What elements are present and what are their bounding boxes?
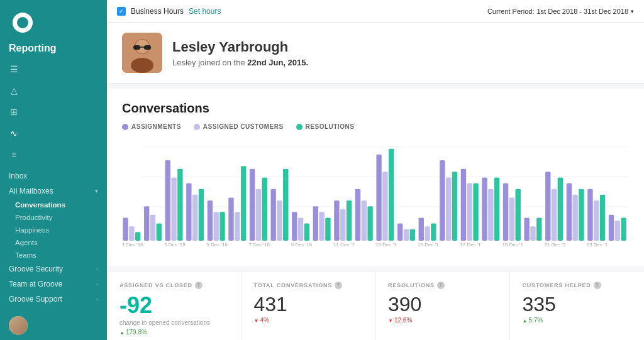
svg-rect-62 bbox=[473, 184, 478, 241]
legend-dot-resolutions bbox=[296, 124, 303, 130]
svg-rect-38 bbox=[304, 224, 309, 241]
svg-rect-37 bbox=[298, 217, 303, 241]
lines-icon[interactable]: ≡ bbox=[5, 146, 23, 163]
svg-rect-36 bbox=[292, 212, 297, 241]
chart-title: Conversations bbox=[122, 101, 629, 116]
stat-resolutions: RESOLUTIONS ? 390 12.6% bbox=[375, 271, 510, 340]
svg-rect-64 bbox=[488, 189, 493, 241]
business-hours-checkbox[interactable]: ✓ bbox=[117, 7, 126, 16]
svg-rect-24 bbox=[208, 200, 213, 241]
svg-point-2 bbox=[131, 58, 153, 73]
help-icon-1[interactable]: ? bbox=[335, 282, 342, 289]
svg-rect-28 bbox=[235, 212, 240, 241]
help-icon-2[interactable]: ? bbox=[437, 282, 445, 289]
svg-rect-70 bbox=[530, 226, 535, 241]
svg-rect-18 bbox=[165, 160, 170, 241]
sidebar-item-all-mailboxes[interactable]: All Mailboxes ▾ bbox=[0, 184, 107, 199]
svg-rect-32 bbox=[262, 177, 267, 241]
svg-rect-47 bbox=[367, 206, 372, 241]
stat-total-conversations: TOTAL CONVERSATIONS ? 431 4% bbox=[242, 271, 376, 340]
chevron-icon: ▾ bbox=[95, 188, 98, 194]
svg-rect-25 bbox=[214, 212, 219, 241]
svg-rect-44 bbox=[347, 200, 352, 241]
sidebar-sub-happiness[interactable]: Happiness bbox=[0, 224, 107, 236]
svg-rect-35 bbox=[283, 169, 288, 241]
svg-rect-31 bbox=[256, 189, 261, 241]
stat-label-1: TOTAL CONVERSATIONS ? bbox=[254, 282, 363, 289]
stat-sub-0: change in opened conversations bbox=[119, 319, 228, 326]
svg-rect-83 bbox=[621, 217, 626, 241]
svg-rect-65 bbox=[494, 177, 499, 241]
svg-rect-79 bbox=[594, 200, 599, 241]
svg-rect-14 bbox=[135, 232, 140, 241]
svg-rect-54 bbox=[419, 217, 424, 241]
stat-change-1: 4% bbox=[254, 317, 363, 324]
svg-rect-57 bbox=[440, 160, 445, 241]
arrow-down-icon bbox=[254, 317, 259, 324]
svg-rect-49 bbox=[382, 172, 387, 241]
svg-rect-27 bbox=[228, 197, 233, 241]
svg-rect-80 bbox=[600, 195, 605, 241]
svg-rect-73 bbox=[552, 189, 557, 241]
sidebar-item-groove-security[interactable]: Groove Security › bbox=[0, 261, 107, 277]
inbox-icon[interactable]: ☰ bbox=[5, 60, 23, 78]
dropdown-icon[interactable]: ▾ bbox=[631, 8, 634, 14]
sidebar-sub-agents[interactable]: Agents bbox=[0, 236, 107, 249]
sidebar-sub-productivity[interactable]: Productivity bbox=[0, 211, 107, 224]
svg-rect-15 bbox=[144, 206, 149, 241]
svg-rect-16 bbox=[150, 215, 155, 241]
svg-rect-81 bbox=[609, 215, 614, 241]
stat-label-0: ASSIGNED VS CLOSED ? bbox=[119, 282, 228, 289]
stat-label-3: CUSTOMERS HELPED ? bbox=[523, 282, 632, 289]
svg-rect-78 bbox=[587, 189, 592, 241]
stat-assigned-vs-closed: ASSIGNED VS CLOSED ? -92 change in opene… bbox=[107, 271, 242, 340]
grid-icon[interactable]: ⊞ bbox=[5, 103, 23, 121]
help-icon-3[interactable]: ? bbox=[594, 282, 601, 289]
svg-rect-46 bbox=[362, 200, 367, 241]
user-avatar[interactable] bbox=[9, 316, 28, 335]
stat-label-2: RESOLUTIONS ? bbox=[388, 282, 497, 289]
sidebar-nav: Inbox All Mailboxes ▾ Conversations Prod… bbox=[0, 166, 107, 311]
pulse-icon[interactable]: ∿ bbox=[5, 124, 23, 142]
set-hours-link[interactable]: Set hours bbox=[189, 7, 221, 16]
svg-rect-29 bbox=[241, 166, 246, 241]
svg-rect-34 bbox=[277, 200, 282, 241]
svg-rect-41 bbox=[325, 217, 330, 241]
svg-rect-12 bbox=[123, 217, 128, 241]
svg-rect-23 bbox=[199, 189, 204, 241]
svg-rect-50 bbox=[389, 149, 394, 241]
stat-change-3: 5.7% bbox=[523, 317, 632, 324]
stat-change-0: 179.8% bbox=[119, 329, 228, 336]
svg-rect-74 bbox=[558, 177, 563, 241]
legend-assignments: ASSIGNMENTS bbox=[122, 123, 181, 130]
sidebar-title: Reporting bbox=[0, 38, 107, 58]
svg-rect-22 bbox=[192, 195, 197, 241]
svg-rect-33 bbox=[270, 189, 275, 241]
stat-customers-helped: CUSTOMERS HELPED ? 335 5.7% bbox=[510, 271, 645, 340]
sidebar-sub-teams[interactable]: Teams bbox=[0, 249, 107, 261]
chevron-icon: › bbox=[96, 281, 98, 287]
bell-icon[interactable]: △ bbox=[5, 82, 23, 99]
profile-name: Lesley Yarbrough bbox=[172, 39, 308, 55]
help-icon-0[interactable]: ? bbox=[195, 282, 203, 289]
svg-rect-56 bbox=[431, 224, 436, 241]
sidebar-item-inbox[interactable]: Inbox bbox=[0, 168, 107, 184]
profile-header: Lesley Yarbrough Lesley joined on the 22… bbox=[107, 23, 644, 84]
topbar-right: Current Period: 1st Dec 2018 - 31st Dec … bbox=[487, 8, 634, 15]
svg-rect-21 bbox=[186, 184, 191, 241]
sidebar-item-groove-support[interactable]: Groove Support › bbox=[0, 292, 107, 307]
svg-rect-68 bbox=[515, 189, 520, 241]
svg-rect-13 bbox=[129, 226, 134, 241]
sidebar-item-team-at-groove[interactable]: Team at Groove › bbox=[0, 277, 107, 292]
stats-grid-1: ASSIGNED VS CLOSED ? -92 change in opene… bbox=[107, 271, 644, 340]
svg-rect-42 bbox=[334, 200, 339, 241]
stat-value-1: 431 bbox=[254, 294, 363, 314]
svg-rect-66 bbox=[503, 184, 508, 241]
svg-rect-19 bbox=[171, 177, 176, 241]
sidebar-sub-conversations[interactable]: Conversations bbox=[0, 199, 107, 211]
svg-rect-61 bbox=[467, 184, 472, 241]
chart-legend: ASSIGNMENTS ASSIGNED CUSTOMERS RESOLUTIO… bbox=[122, 123, 629, 130]
legend-dot-assignments bbox=[122, 124, 128, 130]
sidebar-item-groove-marketing[interactable]: Groove Marketing › bbox=[0, 307, 107, 311]
sidebar-logo[interactable] bbox=[13, 13, 33, 33]
